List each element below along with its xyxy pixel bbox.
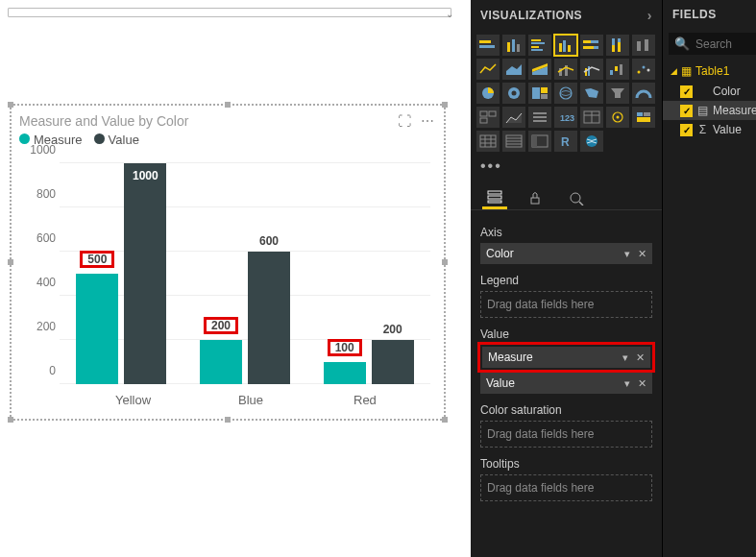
bar-group[interactable]: 500 1000 bbox=[63, 163, 179, 384]
viz-line-stacked-column[interactable] bbox=[554, 59, 577, 80]
viz-globe[interactable] bbox=[580, 131, 603, 152]
svg-rect-6 bbox=[531, 42, 545, 44]
more-options-icon[interactable]: ⋯ bbox=[421, 113, 434, 129]
svg-rect-21 bbox=[645, 39, 648, 51]
collapse-panel-icon[interactable]: › bbox=[647, 8, 652, 23]
svg-point-71 bbox=[586, 135, 597, 147]
x-axis-label: Blue bbox=[238, 393, 263, 407]
viz-arcgis[interactable] bbox=[606, 107, 629, 128]
focus-mode-icon[interactable]: ⛶ bbox=[398, 113, 411, 129]
chevron-down-icon[interactable]: ⌄ bbox=[446, 9, 453, 19]
bar-value[interactable]: 600 bbox=[248, 252, 290, 384]
svg-marker-46 bbox=[506, 113, 522, 123]
expand-icon[interactable]: ◢ bbox=[671, 66, 677, 76]
viz-card[interactable]: 123 bbox=[554, 107, 577, 128]
svg-rect-47 bbox=[533, 112, 547, 114]
viz-r-script[interactable]: R bbox=[554, 131, 577, 152]
tab-fields[interactable] bbox=[482, 186, 507, 209]
remove-field-icon[interactable]: ✕ bbox=[638, 248, 646, 260]
viz-waterfall[interactable] bbox=[606, 59, 629, 80]
viz-ribbon[interactable] bbox=[632, 35, 655, 56]
viz-slicer[interactable] bbox=[528, 107, 551, 128]
svg-rect-15 bbox=[583, 46, 594, 49]
viz-stacked-bar[interactable] bbox=[476, 35, 500, 56]
field-value[interactable]: ✓ Σ Value bbox=[663, 120, 756, 139]
resize-handle[interactable] bbox=[8, 102, 13, 108]
viz-area[interactable] bbox=[502, 59, 525, 80]
viz-gauge[interactable] bbox=[632, 83, 655, 104]
svg-line-77 bbox=[579, 202, 583, 206]
svg-rect-28 bbox=[588, 66, 590, 76]
svg-point-76 bbox=[571, 193, 580, 203]
resize-handle[interactable] bbox=[442, 417, 448, 423]
resize-handle[interactable] bbox=[8, 417, 13, 423]
slicer-strip[interactable] bbox=[8, 8, 451, 17]
more-visuals-icon[interactable]: ••• bbox=[471, 156, 662, 181]
field-color[interactable]: ✓ Color bbox=[663, 82, 756, 101]
resize-handle[interactable] bbox=[442, 259, 448, 265]
table-node[interactable]: ◢ ▦ Table1 bbox=[663, 62, 756, 82]
well-label-legend: Legend bbox=[480, 274, 652, 287]
svg-text:R: R bbox=[561, 135, 570, 148]
viz-100-stacked-column[interactable] bbox=[606, 35, 629, 56]
resize-handle[interactable] bbox=[442, 102, 448, 108]
value-field-pill-measure[interactable]: Measure ▾✕ bbox=[482, 347, 650, 368]
colorsat-drop-zone[interactable]: Drag data fields here bbox=[480, 421, 652, 448]
viz-kpi[interactable] bbox=[502, 107, 525, 128]
bar-value[interactable]: 200 bbox=[372, 340, 414, 384]
viz-clustered-bar[interactable] bbox=[528, 35, 551, 56]
tooltips-drop-zone[interactable]: Drag data fields here bbox=[480, 474, 652, 501]
resize-handle[interactable] bbox=[8, 259, 13, 265]
viz-card-multi[interactable] bbox=[476, 107, 500, 128]
axis-field-pill[interactable]: Color ▾✕ bbox=[480, 243, 652, 264]
tab-analytics[interactable] bbox=[563, 186, 588, 209]
viz-matrix-preview[interactable] bbox=[528, 131, 551, 152]
viz-stacked-column[interactable] bbox=[502, 35, 525, 56]
viz-treemap[interactable] bbox=[528, 83, 551, 104]
remove-field-icon[interactable]: ✕ bbox=[638, 377, 646, 390]
checkbox-checked-icon[interactable]: ✓ bbox=[680, 105, 693, 117]
viz-shape-map[interactable] bbox=[632, 107, 655, 128]
svg-rect-57 bbox=[644, 112, 650, 116]
checkbox-checked-icon[interactable]: ✓ bbox=[680, 124, 693, 136]
tab-format[interactable] bbox=[523, 186, 548, 209]
resize-handle[interactable] bbox=[225, 102, 231, 108]
chevron-down-icon[interactable]: ▾ bbox=[624, 377, 630, 390]
viz-clustered-column[interactable] bbox=[554, 35, 577, 56]
viz-map[interactable] bbox=[554, 83, 577, 104]
viz-line-clustered-column[interactable] bbox=[580, 59, 603, 80]
chevron-down-icon[interactable]: ▾ bbox=[624, 248, 630, 260]
viz-line[interactable] bbox=[476, 59, 500, 80]
field-measure[interactable]: ✓ ▤ Measure bbox=[663, 101, 756, 120]
viz-scatter[interactable] bbox=[632, 59, 655, 80]
viz-100-stacked-bar[interactable] bbox=[580, 35, 603, 56]
field-wells: Axis Color ▾✕ Legend Drag data fields he… bbox=[471, 210, 662, 557]
report-canvas[interactable]: ⌄ Measure and Value by Color ⛶ ⋯ Measure… bbox=[0, 0, 471, 557]
bar-group[interactable]: 100 200 bbox=[311, 163, 427, 384]
legend-swatch-value bbox=[94, 133, 105, 144]
resize-handle[interactable] bbox=[225, 417, 231, 423]
remove-field-icon[interactable]: ✕ bbox=[636, 351, 645, 364]
plot-area: 0 200 400 600 800 1000 500 1000 200 bbox=[17, 163, 438, 384]
value-field-pill-value[interactable]: Value ▾✕ bbox=[480, 373, 652, 394]
chevron-down-icon[interactable]: ▾ bbox=[622, 351, 628, 364]
viz-filled-map[interactable] bbox=[580, 83, 603, 104]
chart-visual[interactable]: Measure and Value by Color ⛶ ⋯ Measure V… bbox=[10, 104, 446, 421]
viz-table-multi[interactable] bbox=[580, 107, 603, 128]
svg-rect-30 bbox=[615, 66, 618, 71]
bar-measure[interactable]: 100 bbox=[324, 362, 366, 384]
viz-pie[interactable] bbox=[476, 83, 500, 104]
visualization-gallery: 123 R bbox=[471, 31, 662, 156]
bar-group[interactable]: 200 600 bbox=[187, 163, 303, 384]
bar-value[interactable]: 1000 bbox=[124, 163, 166, 384]
viz-table[interactable] bbox=[502, 131, 525, 152]
viz-funnel[interactable] bbox=[606, 83, 629, 104]
viz-matrix[interactable] bbox=[476, 131, 500, 152]
bar-measure[interactable]: 500 bbox=[76, 274, 118, 384]
viz-donut[interactable] bbox=[502, 83, 525, 104]
search-input[interactable]: 🔍 bbox=[669, 33, 756, 55]
viz-stacked-area[interactable] bbox=[528, 59, 551, 80]
bar-measure[interactable]: 200 bbox=[200, 340, 242, 384]
legend-drop-zone[interactable]: Drag data fields here bbox=[480, 291, 652, 318]
checkbox-checked-icon[interactable]: ✓ bbox=[680, 85, 693, 98]
